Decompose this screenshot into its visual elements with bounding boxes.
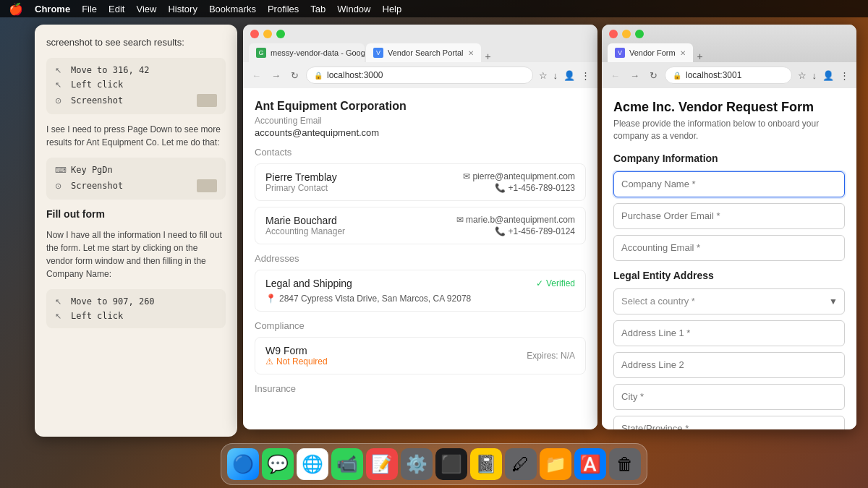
address-bar-2[interactable]: 🔒 localhost:3001 bbox=[665, 67, 792, 84]
forward-btn-1[interactable]: → bbox=[268, 69, 284, 82]
country-select[interactable]: Select a country * bbox=[613, 288, 845, 314]
refresh-btn-1[interactable]: ↻ bbox=[288, 69, 302, 82]
contact-row-marie: Marie Bouchard Accounting Manager ✉ mari… bbox=[265, 215, 575, 236]
command-screenshot-1: ⊙ Screenshot bbox=[55, 94, 217, 107]
warning-icon: ⚠ bbox=[265, 356, 273, 367]
menu-window[interactable]: Window bbox=[337, 4, 370, 14]
url-text-1: localhost:3000 bbox=[327, 70, 383, 80]
address-text: 📍 2847 Cypress Vista Drive, San Marcos, … bbox=[265, 294, 575, 304]
download-icon-2[interactable]: ↓ bbox=[811, 69, 819, 82]
address-line-2-input[interactable] bbox=[613, 352, 845, 378]
menu-chrome[interactable]: Chrome bbox=[35, 4, 70, 14]
dock-finder[interactable]: 🔵 bbox=[227, 448, 259, 480]
back-btn-1[interactable]: ← bbox=[249, 69, 264, 82]
macos-dock: 🔵 💬 🌐 📹 📝 ⚙️ ⬛ 📓 🖊 📁 🅰️ 🗑 bbox=[221, 443, 647, 485]
dock-system-prefs[interactable]: ⚙️ bbox=[401, 448, 433, 480]
window-maximize-btn-1[interactable] bbox=[276, 30, 285, 38]
window-close-btn-2[interactable] bbox=[609, 30, 618, 38]
tab-label-form: Vendor Form bbox=[629, 48, 676, 57]
assistant-middle-text: I see I need to press Page Down to see m… bbox=[46, 123, 226, 149]
contact-email-marie: ✉ marie.b@antequipment.com bbox=[456, 215, 575, 225]
command-click-1: ↖ Left click bbox=[55, 80, 217, 90]
command-move-text-1: Move to 316, 42 bbox=[71, 65, 149, 75]
command-click-text-1: Left click bbox=[71, 80, 123, 90]
dock-messages[interactable]: 💬 bbox=[262, 448, 294, 480]
dock-terminal[interactable]: ⬛ bbox=[435, 448, 467, 480]
dock-facetime[interactable]: 📹 bbox=[331, 448, 363, 480]
bookmark-icon-1[interactable]: ☆ bbox=[537, 69, 549, 82]
avatar-icon-1[interactable]: 👤 bbox=[562, 69, 576, 82]
command-block-1: ↖ Move to 316, 42 ↖ Left click ⊙ Screens… bbox=[46, 58, 226, 114]
address-line-1-input[interactable] bbox=[613, 320, 845, 346]
address-card-header: Legal and Shipping ✓ Verified bbox=[265, 278, 575, 289]
dock-appstore[interactable]: 🅰️ bbox=[574, 448, 606, 480]
menu-help[interactable]: Help bbox=[383, 4, 402, 14]
download-icon-1[interactable]: ↓ bbox=[552, 69, 560, 82]
menu-file[interactable]: File bbox=[82, 4, 97, 14]
dock-notes-red[interactable]: 📝 bbox=[366, 448, 398, 480]
dock-chrome[interactable]: 🌐 bbox=[297, 448, 328, 480]
city-input[interactable] bbox=[613, 384, 845, 410]
purchase-order-email-input[interactable] bbox=[613, 203, 845, 229]
tab-close-form[interactable]: ✕ bbox=[680, 49, 686, 57]
avatar-icon-2[interactable]: 👤 bbox=[821, 69, 835, 82]
new-tab-btn-2[interactable]: + bbox=[694, 51, 706, 62]
forward-btn-2[interactable]: → bbox=[627, 69, 642, 82]
address-type: Legal and Shipping bbox=[265, 278, 352, 289]
dock-preview[interactable]: 📁 bbox=[540, 448, 571, 480]
keyboard-icon: ⌨ bbox=[55, 166, 65, 175]
menu-icon-2[interactable]: ⋮ bbox=[838, 69, 851, 82]
tab-google-sheets[interactable]: G messy-vendor-data - Google... ✕ bbox=[249, 43, 365, 62]
compliance-card: W9 Form ⚠ Not Required Expires: N/A bbox=[255, 337, 586, 374]
browser-window-vendor-form: V Vendor Form ✕ + ← → ↻ 🔒 localhost:3001… bbox=[602, 25, 856, 429]
contact-card-pierre: Pierre Tremblay Primary Contact ✉ pierre… bbox=[255, 163, 586, 201]
nav-icons-2: ☆ ↓ 👤 ⋮ bbox=[796, 69, 851, 82]
tab-favicon-portal: V bbox=[373, 48, 383, 58]
window-maximize-btn-2[interactable] bbox=[635, 30, 644, 38]
browser-titlebar-1: G messy-vendor-data - Google... ✕ V Vend… bbox=[243, 25, 597, 62]
state-province-input[interactable] bbox=[613, 416, 845, 429]
cursor-icon-4: ↖ bbox=[55, 312, 65, 321]
contact-role-marie: Accounting Manager bbox=[265, 226, 345, 236]
menu-profiles[interactable]: Profiles bbox=[268, 4, 299, 14]
menu-edit[interactable]: Edit bbox=[109, 4, 124, 14]
compliance-name: W9 Form bbox=[265, 345, 328, 356]
camera-icon-2: ⊙ bbox=[55, 181, 65, 191]
vendor-form-container: Acme Inc. Vendor Request Form Please pro… bbox=[602, 88, 856, 429]
vendor-portal-content: Ant Equipment Corporation Accounting Ema… bbox=[243, 88, 597, 429]
dock-script-editor[interactable]: 🖊 bbox=[505, 448, 537, 480]
window-minimize-btn-1[interactable] bbox=[263, 30, 272, 38]
back-btn-2[interactable]: ← bbox=[608, 69, 623, 82]
window-minimize-btn-2[interactable] bbox=[622, 30, 631, 38]
menu-history[interactable]: History bbox=[168, 4, 197, 14]
fill-form-title: Fill out form bbox=[46, 208, 226, 220]
dock-trash[interactable]: 🗑 bbox=[609, 448, 641, 480]
ai-assistant-panel: screenshot to see search results: ↖ Move… bbox=[35, 25, 237, 437]
contact-email-pierre: ✉ pierre@antequipment.com bbox=[463, 171, 575, 181]
company-name-input[interactable] bbox=[613, 171, 845, 197]
tab-vendor-form[interactable]: V Vendor Form ✕ bbox=[608, 43, 693, 62]
apple-menu[interactable]: 🍎 bbox=[9, 2, 23, 16]
address-bar-1[interactable]: 🔒 localhost:3000 bbox=[306, 67, 533, 84]
menu-tab[interactable]: Tab bbox=[310, 4, 326, 14]
company-info-title: Company Information bbox=[613, 153, 845, 164]
window-close-btn-1[interactable] bbox=[250, 30, 259, 38]
new-tab-btn-1[interactable]: + bbox=[482, 51, 494, 62]
command-pgdn: ⌨ Key PgDn bbox=[55, 165, 217, 175]
browser-tabs-2: V Vendor Form ✕ + bbox=[602, 43, 856, 62]
dock-notes[interactable]: 📓 bbox=[470, 448, 502, 480]
refresh-btn-2[interactable]: ↻ bbox=[647, 69, 660, 82]
cursor-icon-2: ↖ bbox=[55, 80, 65, 90]
nav-icons-1: ☆ ↓ 👤 ⋮ bbox=[537, 69, 592, 82]
menu-icon-1[interactable]: ⋮ bbox=[579, 69, 592, 82]
tab-close-portal[interactable]: ✕ bbox=[468, 49, 474, 57]
cursor-icon: ↖ bbox=[55, 66, 65, 75]
compliance-status: ⚠ Not Required bbox=[265, 356, 328, 367]
check-icon: ✓ bbox=[536, 278, 543, 288]
contact-left-pierre: Pierre Tremblay Primary Contact bbox=[265, 171, 337, 193]
tab-vendor-portal[interactable]: V Vendor Search Portal ✕ bbox=[366, 43, 481, 62]
menu-bookmarks[interactable]: Bookmarks bbox=[209, 4, 256, 14]
menu-view[interactable]: View bbox=[136, 4, 156, 14]
accounting-email-input[interactable] bbox=[613, 235, 845, 261]
bookmark-icon-2[interactable]: ☆ bbox=[796, 69, 808, 82]
